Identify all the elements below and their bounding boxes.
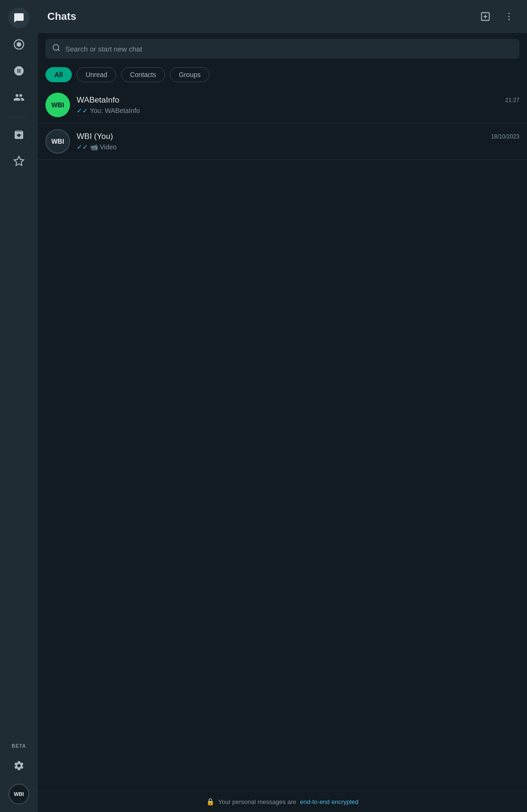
chat-avatar-wbi-you: WBI	[45, 129, 70, 154]
double-check-icon: ✓✓	[77, 143, 88, 151]
user-avatar[interactable]: WBI	[9, 784, 29, 804]
avatar-text: WBI	[51, 138, 64, 145]
beta-label: BETA	[12, 743, 26, 749]
search-bar	[45, 39, 519, 59]
chat-avatar-wabetainfo: WBI	[45, 93, 70, 117]
svg-point-7	[509, 16, 510, 17]
search-input[interactable]	[65, 45, 513, 53]
sidebar-item-chats[interactable]	[9, 8, 29, 28]
svg-marker-2	[14, 156, 24, 165]
chats-header: Chats	[38, 0, 527, 33]
sidebar-top	[9, 8, 29, 743]
chat-list: WBI WABetaInfo 21:27 ✓✓ You: WABetaInfo …	[38, 87, 527, 791]
sidebar-divider	[9, 117, 28, 118]
encryption-text: Your personal messages are	[218, 798, 296, 805]
chat-item-wbi-you[interactable]: WBI WBI (You) 18/10/2023 ✓✓ 📹 Video	[38, 123, 527, 160]
encryption-link[interactable]: end-to-end encrypted	[300, 798, 359, 805]
filter-tab-all[interactable]: All	[45, 67, 72, 82]
chat-content-wbi-you: WBI (You) 18/10/2023 ✓✓ 📹 Video	[77, 132, 519, 151]
page-title: Chats	[47, 10, 76, 23]
chat-preview: ✓✓ 📹 Video	[77, 143, 519, 151]
filter-tab-unread[interactable]: Unread	[77, 67, 116, 82]
lock-icon: 🔒	[206, 798, 214, 805]
filter-tab-groups[interactable]: Groups	[170, 67, 210, 82]
double-check-icon: ✓✓	[77, 107, 88, 114]
preview-text: You: WABetaInfo	[90, 107, 140, 114]
header-actions	[477, 8, 518, 25]
main-panel: Chats	[38, 0, 527, 812]
search-container	[38, 33, 527, 62]
filter-tab-contacts[interactable]: Contacts	[121, 67, 165, 82]
avatar-text: WBI	[51, 101, 64, 109]
svg-point-6	[509, 13, 510, 14]
sidebar-item-status[interactable]	[9, 34, 29, 55]
sidebar-item-starred[interactable]	[9, 151, 29, 172]
sidebar-bottom: BETA WBI	[9, 743, 29, 804]
sidebar-item-settings[interactable]	[9, 755, 29, 776]
more-options-button[interactable]	[501, 8, 518, 25]
chat-time: 21:27	[505, 97, 519, 104]
sidebar: BETA WBI	[0, 0, 38, 812]
preview-text: Video	[100, 143, 117, 151]
sidebar-item-channels[interactable]	[9, 60, 29, 81]
sidebar-item-communities[interactable]	[9, 87, 29, 108]
chat-top-row: WBI (You) 18/10/2023	[77, 132, 519, 141]
chat-time: 18/10/2023	[491, 133, 519, 140]
svg-point-9	[53, 44, 59, 50]
sidebar-item-archived[interactable]	[9, 124, 29, 145]
chat-item-wabetainfo[interactable]: WBI WABetaInfo 21:27 ✓✓ You: WABetaInfo	[38, 87, 527, 123]
chat-content-wabetainfo: WABetaInfo 21:27 ✓✓ You: WABetaInfo	[77, 95, 519, 114]
video-icon: 📹	[90, 143, 98, 151]
chat-name: WBI (You)	[77, 132, 113, 141]
new-chat-button[interactable]	[477, 8, 494, 25]
svg-line-10	[58, 49, 59, 51]
chat-name: WABetaInfo	[77, 95, 119, 105]
search-icon	[52, 43, 61, 54]
chat-top-row: WABetaInfo 21:27	[77, 95, 519, 105]
svg-point-1	[17, 42, 21, 47]
avatar-label: WBI	[14, 791, 24, 797]
encryption-notice: 🔒 Your personal messages are end-to-end …	[38, 791, 527, 812]
svg-point-8	[509, 19, 510, 20]
chat-preview: ✓✓ You: WABetaInfo	[77, 107, 519, 114]
filter-tabs: All Unread Contacts Groups	[38, 62, 527, 87]
